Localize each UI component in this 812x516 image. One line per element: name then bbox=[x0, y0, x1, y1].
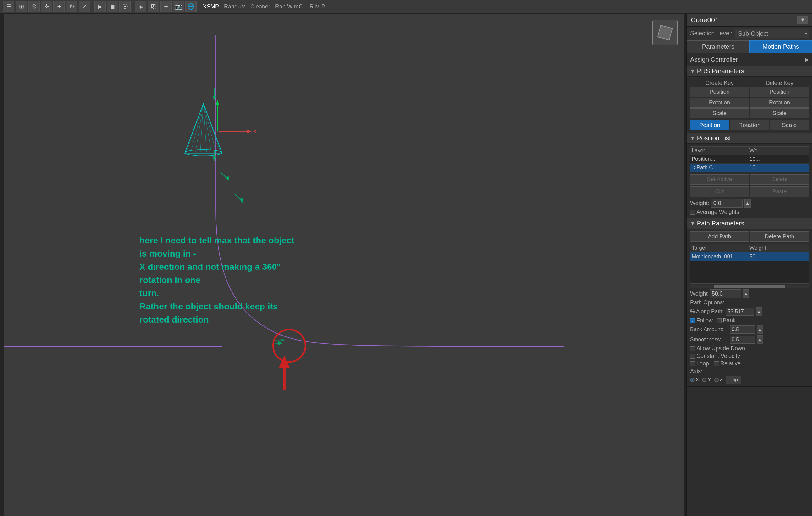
prs-header-arrow: ▼ bbox=[690, 69, 695, 74]
follow-label: Follow bbox=[696, 317, 713, 324]
loop-checkbox[interactable] bbox=[690, 361, 695, 366]
toolbar-btn-move[interactable]: ✦ bbox=[53, 1, 65, 12]
path-parameters-header[interactable]: ▼ Path Parameters bbox=[687, 218, 812, 229]
bank-checkbox-label[interactable]: Bank bbox=[717, 317, 736, 324]
bank-checkbox[interactable] bbox=[717, 318, 722, 323]
relative-checkbox[interactable] bbox=[714, 361, 719, 366]
tab-motion-paths[interactable]: Motion Paths bbox=[750, 40, 812, 53]
left-panel-divider[interactable] bbox=[0, 14, 4, 516]
toolbar-btn-camera[interactable]: 📷 bbox=[173, 1, 184, 12]
prs-position-delete-btn[interactable]: Position bbox=[750, 87, 809, 97]
prs-tab-position[interactable]: Position bbox=[690, 120, 729, 130]
bank-amount-input[interactable] bbox=[730, 325, 755, 334]
list-item[interactable]: Mothionpath_001 50 bbox=[690, 252, 809, 261]
delete-position-btn[interactable]: Delete bbox=[750, 174, 809, 185]
bank-label: Bank bbox=[723, 317, 736, 324]
axis-y-label: Y bbox=[707, 377, 711, 383]
toolbar-btn-stop[interactable]: ◼ bbox=[107, 1, 118, 12]
prs-parameters-section: ▼ PRS Parameters Create Key Position Rot… bbox=[687, 66, 812, 133]
toolbar-btn-scale[interactable]: ⤢ bbox=[79, 1, 90, 12]
axis-x-radio[interactable]: X bbox=[690, 377, 699, 383]
prs-tab-scale[interactable]: Scale bbox=[770, 120, 809, 130]
prs-tab-rotation[interactable]: Rotation bbox=[730, 120, 769, 130]
panel-resize-divider[interactable] bbox=[684, 14, 686, 516]
follow-checkbox-label[interactable]: ✓ Follow bbox=[690, 317, 713, 324]
nav-cube[interactable] bbox=[652, 20, 677, 45]
cut-position-btn[interactable]: Cut bbox=[690, 187, 749, 197]
assign-controller-section[interactable]: Assign Controller ▶ bbox=[687, 53, 812, 66]
assign-controller-arrow: ▶ bbox=[805, 57, 809, 62]
toolbar-btn-render[interactable]: 🖼 bbox=[148, 1, 159, 12]
toolbar-btn-play[interactable]: ▶ bbox=[94, 1, 106, 12]
bank-amount-spinner[interactable]: ▲ bbox=[757, 325, 763, 334]
target-list[interactable]: Mothionpath_001 50 bbox=[690, 252, 809, 283]
position-list-actions-row: Set Active Delete bbox=[690, 174, 809, 185]
allow-upside-down-checkbox[interactable] bbox=[690, 346, 695, 351]
toolbar-label-randuv[interactable]: RandUV bbox=[222, 3, 248, 10]
toolbar-label-ranwirec[interactable]: Ran WireC. bbox=[273, 3, 307, 10]
weight-spinner-up[interactable]: ▲ bbox=[745, 199, 751, 208]
axis-y-radio[interactable]: Y bbox=[702, 377, 711, 383]
toolbar-btn-material[interactable]: ◈ bbox=[135, 1, 146, 12]
position-weight-input[interactable] bbox=[711, 199, 743, 208]
selection-level-label: Selection Level: bbox=[690, 30, 732, 37]
toolbar-btn-grid[interactable]: ⊞ bbox=[16, 1, 27, 12]
toolbar-btn-menu[interactable]: ☰ bbox=[3, 1, 14, 12]
toolbar-btn-record[interactable]: ⦿ bbox=[119, 1, 131, 12]
path-weight-input[interactable] bbox=[709, 289, 741, 298]
loop-checkbox-label[interactable]: Loop bbox=[690, 360, 709, 367]
relative-checkbox-label[interactable]: Relative bbox=[714, 360, 741, 367]
constant-velocity-label[interactable]: Constant Velocity bbox=[690, 353, 740, 359]
paste-position-btn[interactable]: Paste bbox=[750, 187, 809, 197]
toolbar-btn-select[interactable]: ✛ bbox=[41, 1, 52, 12]
right-panel: Cone001 ▼ Selection Level: Object Sub-Ob… bbox=[686, 14, 812, 516]
smoothness-input[interactable] bbox=[730, 335, 755, 344]
prs-scale-create-btn[interactable]: Scale bbox=[690, 108, 749, 118]
toolbar-btn-light[interactable]: ☀ bbox=[160, 1, 172, 12]
prs-parameters-header[interactable]: ▼ PRS Parameters bbox=[687, 66, 812, 77]
set-active-btn[interactable]: Set Active bbox=[690, 174, 749, 185]
allow-upside-down-text: Allow Upside Down bbox=[696, 345, 745, 352]
target-list-name-0: Mothionpath_001 bbox=[692, 253, 750, 260]
average-weights-checkbox-label[interactable]: Average Weights bbox=[690, 209, 739, 215]
svg-line-20 bbox=[221, 172, 227, 178]
delete-path-btn[interactable]: Delete Path bbox=[750, 232, 809, 242]
toolbar-btn-snap[interactable]: ⦾ bbox=[28, 1, 39, 12]
constant-velocity-checkbox[interactable] bbox=[690, 354, 695, 359]
position-list-header[interactable]: ▼ Position List bbox=[687, 133, 812, 144]
selection-level-dropdown[interactable]: Object Sub-Object Hierarchy bbox=[735, 29, 809, 38]
allow-upside-down-label[interactable]: Allow Upside Down bbox=[690, 345, 745, 352]
tab-parameters[interactable]: Parameters bbox=[687, 40, 750, 53]
follow-checkbox[interactable]: ✓ bbox=[690, 318, 695, 323]
scene-canvas: x bbox=[4, 14, 684, 516]
percent-along-row: % Along Path: ▲ bbox=[690, 307, 809, 316]
target-list-scrollbar[interactable] bbox=[690, 285, 809, 288]
flip-btn[interactable]: Flip bbox=[726, 376, 741, 384]
prs-rotation-delete-btn[interactable]: Rotation bbox=[750, 98, 809, 108]
average-weights-checkbox[interactable] bbox=[690, 210, 695, 215]
panel-options-btn[interactable]: ▼ bbox=[797, 16, 808, 24]
prs-position-create-btn[interactable]: Position bbox=[690, 87, 749, 97]
prs-rotation-create-btn[interactable]: Rotation bbox=[690, 98, 749, 108]
path-weight-row: Weight ▲ bbox=[690, 289, 809, 298]
table-row[interactable]: Position... 10... bbox=[690, 155, 809, 164]
toolbar-label-rmp[interactable]: R M P bbox=[307, 3, 328, 10]
viewport[interactable]: x bbox=[4, 14, 684, 516]
motion-path-svg: x bbox=[4, 14, 684, 516]
table-row[interactable]: ->Path C... 10... bbox=[690, 164, 809, 172]
toolbar-sep-3 bbox=[199, 2, 199, 11]
toolbar-btn-rotate[interactable]: ↻ bbox=[66, 1, 77, 12]
percent-along-spinner[interactable]: ▲ bbox=[756, 307, 762, 316]
toolbar-label-xsmp[interactable]: XSMP bbox=[200, 3, 222, 10]
svg-marker-23 bbox=[239, 198, 243, 203]
axis-z-radio[interactable]: Z bbox=[714, 377, 723, 383]
toolbar-btn-env[interactable]: 🌐 bbox=[185, 1, 197, 12]
bank-amount-label: Bank Amount: bbox=[690, 326, 728, 333]
percent-along-input[interactable] bbox=[726, 307, 754, 316]
add-path-btn[interactable]: Add Path bbox=[690, 232, 749, 242]
axis-z-label: Z bbox=[720, 377, 723, 383]
toolbar-label-cleaner[interactable]: Cleaner bbox=[248, 3, 273, 10]
path-weight-spinner[interactable]: ▲ bbox=[743, 289, 749, 298]
prs-scale-delete-btn[interactable]: Scale bbox=[750, 108, 809, 118]
smoothness-spinner[interactable]: ▲ bbox=[757, 335, 763, 344]
